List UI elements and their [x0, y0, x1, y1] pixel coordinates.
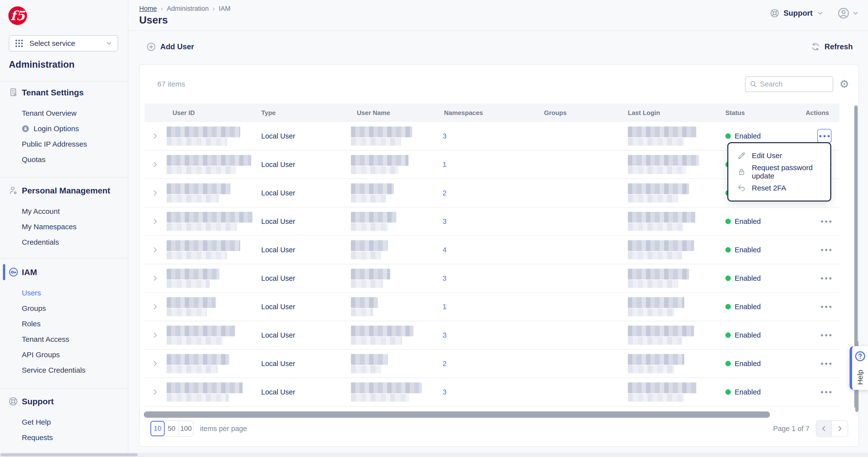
redacted-text: [351, 326, 413, 345]
sidebar-item-my-account[interactable]: My Account: [0, 204, 128, 219]
sidebar-item-service-credentials[interactable]: Service Credentials: [0, 362, 128, 378]
menu-item-request-password-update[interactable]: Request password update: [728, 164, 830, 180]
sidebar-section-header-personal-management[interactable]: Personal Management: [0, 184, 128, 196]
last-login-cell: [608, 126, 703, 146]
page-size-button-100[interactable]: 100: [179, 421, 193, 436]
table-row: Local User3Enabled: [145, 378, 839, 406]
row-actions-button[interactable]: [821, 363, 832, 365]
namespaces-link[interactable]: 1: [442, 303, 446, 311]
table-horizontal-scrollbar[interactable]: [144, 412, 770, 418]
sidebar-item-tenant-access[interactable]: Tenant Access: [0, 332, 128, 347]
sidebar-item-users[interactable]: Users: [0, 285, 128, 301]
menu-item-edit-user[interactable]: Edit User: [728, 148, 830, 164]
namespaces-link[interactable]: 3: [442, 132, 446, 140]
row-expand-chevron-icon[interactable]: [145, 132, 160, 140]
sidebar-item-my-namespaces[interactable]: My Namespaces: [0, 219, 128, 234]
page-size-button-10[interactable]: 10: [151, 421, 165, 436]
sidebar-item-label: Tenant Access: [22, 335, 69, 343]
service-selector[interactable]: Select service: [9, 35, 118, 52]
row-expand-chevron-icon[interactable]: [145, 332, 160, 339]
sidebar-item-api-groups[interactable]: API Groups: [0, 347, 128, 362]
row-actions-button[interactable]: [821, 249, 832, 251]
table-row: Local User2Enabled: [145, 349, 839, 378]
menu-item-reset-2fa[interactable]: Reset 2FA: [728, 180, 830, 196]
refresh-button[interactable]: Refresh: [811, 42, 853, 52]
sidebar-item-get-help[interactable]: Get Help: [0, 414, 128, 430]
namespaces-link[interactable]: 3: [442, 217, 446, 225]
sidebar-section-header-iam[interactable]: IAM: [0, 266, 128, 278]
support-menu[interactable]: Support: [770, 8, 824, 18]
account-menu[interactable]: [838, 7, 859, 19]
row-actions-button[interactable]: [821, 391, 832, 393]
active-section-indicator: [3, 264, 5, 280]
page-horizontal-scrollbar[interactable]: [0, 453, 138, 456]
toolbar: Add User Refresh: [128, 31, 868, 64]
sidebar-item-roles[interactable]: Roles: [0, 316, 128, 332]
status-enabled-dot: [725, 304, 731, 309]
row-expand-chevron-icon[interactable]: [145, 161, 160, 168]
sidebar-section-header-tenant-settings[interactable]: Tenant Settings: [0, 86, 128, 98]
sidebar-item-login-options[interactable]: Login Options: [0, 121, 128, 136]
type-cell: Local User: [255, 246, 345, 254]
namespaces-link[interactable]: 2: [442, 360, 446, 367]
column-header-last-login: Last Login: [608, 109, 703, 117]
next-page-button[interactable]: [832, 421, 848, 436]
row-expand-chevron-icon[interactable]: [145, 189, 160, 196]
column-header-user-id: User ID: [160, 109, 255, 117]
row-actions-button[interactable]: [821, 277, 832, 279]
add-user-button[interactable]: Add User: [147, 42, 194, 52]
help-button[interactable]: Help: [849, 346, 868, 390]
redacted-text: [351, 155, 408, 174]
table-settings-gear-icon[interactable]: ⚙: [840, 79, 849, 90]
user-name-cell: [345, 297, 435, 316]
page-size-button-50[interactable]: 50: [165, 421, 179, 436]
namespaces-cell: 3: [435, 217, 521, 225]
page-indicator: Page 1 of 7: [773, 425, 809, 433]
redacted-text: [628, 269, 689, 288]
sidebar-item-groups[interactable]: Groups: [0, 301, 128, 316]
row-expand-chevron-icon[interactable]: [145, 303, 160, 310]
table-row: Local User3Enabled: [145, 264, 839, 293]
building-icon: [8, 88, 19, 97]
namespaces-link[interactable]: 3: [442, 331, 446, 339]
row-actions-button[interactable]: [817, 129, 832, 143]
sidebar-item-tenant-overview[interactable]: Tenant Overview: [0, 105, 128, 121]
chevron-down-icon: [105, 40, 113, 47]
row-expand-chevron-icon[interactable]: [145, 246, 160, 253]
reset-icon: [737, 184, 746, 192]
search-input[interactable]: [760, 80, 826, 88]
row-expand-chevron-icon[interactable]: [145, 360, 160, 367]
sidebar-item-quotas[interactable]: Quotas: [0, 152, 128, 167]
namespaces-link[interactable]: 3: [442, 388, 446, 396]
last-login-cell: [608, 212, 703, 231]
row-actions-button[interactable]: [821, 334, 832, 336]
row-expand-chevron-icon[interactable]: [145, 218, 160, 225]
namespaces-link[interactable]: 2: [442, 189, 446, 197]
main-pane: Home›Administration›IAM Users Support Ad…: [128, 0, 868, 457]
menu-item-label: Request password update: [752, 163, 830, 180]
topbar: Home›Administration›IAM Users Support: [128, 0, 868, 31]
sidebar-section-header-support[interactable]: Support: [0, 395, 128, 407]
redacted-text: [351, 240, 388, 260]
status-enabled-dot: [725, 247, 731, 252]
sidebar-item-credentials[interactable]: Credentials: [0, 234, 128, 250]
column-header-user-name: User Name: [345, 109, 435, 117]
user-name-cell: [345, 354, 435, 373]
actions-cell: [798, 363, 840, 365]
sidebar-item-public-ip-addresses[interactable]: Public IP Addresses: [0, 136, 128, 152]
column-header-type: Type: [255, 109, 345, 117]
row-expand-chevron-icon[interactable]: [145, 388, 160, 396]
redacted-text: [167, 183, 230, 203]
row-expand-chevron-icon[interactable]: [145, 275, 160, 282]
sidebar-section-iam: IAMUsersGroupsRolesTenant AccessAPI Grou…: [0, 266, 128, 378]
avatar-icon: [838, 7, 849, 19]
sidebar-item-requests[interactable]: Requests: [0, 430, 128, 445]
namespaces-link[interactable]: 4: [442, 246, 446, 254]
breadcrumb-separator-icon: ›: [161, 5, 163, 12]
row-actions-button[interactable]: [821, 220, 832, 223]
namespaces-link[interactable]: 3: [442, 274, 446, 282]
namespaces-link[interactable]: 1: [442, 160, 446, 169]
row-actions-button[interactable]: [821, 306, 832, 308]
previous-page-button[interactable]: [816, 421, 832, 436]
breadcrumb-home-link[interactable]: Home: [139, 5, 157, 12]
